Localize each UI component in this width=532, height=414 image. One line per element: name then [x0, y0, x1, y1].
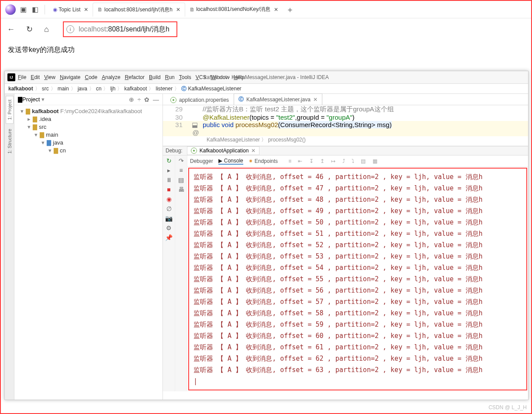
- project-toolwindow-tab[interactable]: 1: Project: [6, 96, 14, 124]
- menu-edit[interactable]: Edit: [31, 74, 40, 80]
- close-icon[interactable]: ✕: [274, 7, 278, 13]
- menu-window[interactable]: Window: [211, 74, 229, 80]
- expand-icon[interactable]: ▾: [21, 108, 26, 114]
- browser-tabbar: ▣ ◧ ◉ Topic List ✕ localhost:8081/send/l…: [1, 1, 531, 18]
- crumb-container: kafkabootsrcmainjavacnljhkafkabootlisten…: [8, 85, 245, 93]
- collections-icon[interactable]: ◧: [32, 5, 38, 14]
- crumb-ljh[interactable]: ljh: [110, 86, 122, 92]
- menu-build[interactable]: Build: [149, 74, 161, 80]
- console-output[interactable]: 监听器 【 A 】 收到消息, offset = 46 , partition=…: [188, 168, 527, 390]
- menu-view[interactable]: View: [44, 74, 55, 80]
- home-button[interactable]: ⌂: [44, 25, 49, 34]
- tab-label: localhost:8081/send/ljh/消息h: [104, 6, 173, 14]
- tree-root[interactable]: ▾▇ kafkaboot F:\myCode2024\kafka\kafkabo…: [17, 107, 160, 115]
- step-toolbar[interactable]: ≡ ⇤ ↧ ↥ ↦ ⤴ ⤵ ▤ ▦: [288, 158, 380, 164]
- crumb-cn[interactable]: cn: [96, 86, 109, 92]
- editor-area: application.properties ⒸKafkaMessageList…: [163, 94, 528, 400]
- menu-vcs[interactable]: VCS: [196, 74, 207, 80]
- frames-button[interactable]: ≡: [179, 167, 183, 174]
- run-config[interactable]: KafkabootApplication ✕: [187, 146, 260, 155]
- settings-icon[interactable]: ⚙: [166, 224, 172, 231]
- expand-icon[interactable]: ▾: [35, 131, 40, 138]
- workspaces-icon[interactable]: ▣: [20, 5, 27, 14]
- back-button[interactable]: ←: [7, 25, 15, 34]
- new-tab-button[interactable]: ＋: [286, 4, 294, 15]
- crumb-kafkamessagelistener[interactable]: Ⓒ KafkaMessageListener: [181, 86, 243, 92]
- pin-icon[interactable]: 📌: [165, 234, 173, 241]
- browser-logo-icon[interactable]: [5, 4, 16, 15]
- crumb-java[interactable]: java: [78, 86, 94, 92]
- menu-analyze[interactable]: Analyze: [102, 74, 121, 80]
- expand-icon[interactable]: ▾: [28, 124, 33, 130]
- debugger-tab[interactable]: Debugger: [190, 158, 213, 164]
- view-breakpoints-button[interactable]: ◉: [166, 196, 172, 203]
- camera-icon[interactable]: 📷: [165, 215, 173, 222]
- menu-file[interactable]: File: [18, 74, 26, 80]
- browser-tab-topiclist[interactable]: ◉ Topic List ✕: [48, 3, 93, 17]
- menu-tools[interactable]: Tools: [179, 74, 191, 80]
- mute-breakpoints-button[interactable]: ∅: [166, 205, 172, 212]
- intellij-window: IJ FileEditViewNavigateCodeAnalyzeRefact…: [4, 71, 529, 400]
- debug-main: ↻ ▸ ⏸ ■ ◉ ∅ 📷 ⚙ 📌 ↷ ≡ ▤ 🖶: [163, 155, 528, 391]
- debug-tabrow: Debugger ▶Console ✷Endpoints ≡ ⇤ ↧ ↥ ↦ ⤴…: [187, 155, 528, 167]
- refresh-button[interactable]: ↻: [26, 24, 33, 34]
- tree-label: java: [53, 139, 63, 146]
- endpoints-tab[interactable]: ✷Endpoints: [249, 158, 278, 164]
- tree-label: .idea: [39, 116, 51, 122]
- debug-label: Debug:: [166, 148, 183, 154]
- close-icon[interactable]: ✕: [176, 7, 180, 13]
- pause-button[interactable]: ⏸: [166, 176, 172, 183]
- console-tab[interactable]: ▶Console: [218, 158, 243, 165]
- url-host: localhost: [79, 25, 106, 33]
- gutter-icons[interactable]: ⬓ @: [187, 121, 203, 136]
- browser-tab-sendnokey[interactable]: localhost:8081/sendNoKey/消息 ✕: [185, 3, 283, 17]
- expand-icon[interactable]: ▸: [28, 116, 33, 122]
- browser-tab-send[interactable]: localhost:8081/send/ljh/消息h ✕: [93, 3, 185, 17]
- nav-breadcrumbs[interactable]: kafkabootsrcmainjavacnljhkafkabootlisten…: [5, 83, 528, 94]
- layout-button[interactable]: ▤: [178, 176, 184, 183]
- structure-toolwindow-tab[interactable]: 1: Structure: [6, 125, 13, 157]
- editor-footer-crumbs[interactable]: KafkaMessageListener 〉 processMsg02(): [163, 136, 528, 146]
- code-text[interactable]: //监听器方法B：监听 test2 主题，这个监听器是属于groupA这个组: [203, 105, 394, 114]
- line-number: 30: [163, 114, 187, 121]
- close-icon[interactable]: ✕: [251, 148, 256, 154]
- debug-actions-col1: ↻ ▸ ⏸ ■ ◉ ∅ 📷 ⚙ 📌: [163, 155, 175, 391]
- tree-node[interactable]: ▾▇main: [17, 131, 160, 138]
- code-editor[interactable]: 29//监听器方法B：监听 test2 主题，这个监听器是属于groupA这个组…: [163, 105, 528, 136]
- project-view-label[interactable]: Project: [22, 96, 40, 103]
- project-tree-header: ▇ Project ▾ ⊕ ÷ ✿ —: [14, 94, 162, 105]
- crumb-kafkaboot[interactable]: kafkaboot: [8, 86, 40, 92]
- editor-tabs: application.properties ⒸKafkaMessageList…: [163, 94, 528, 105]
- tree-node[interactable]: ▸▇.idea: [17, 115, 160, 123]
- code-line: 30@KafkaListener(topics = "test2",groupI…: [163, 114, 528, 121]
- step-over-button[interactable]: ↷: [179, 157, 184, 164]
- crumb-src[interactable]: src: [42, 86, 56, 92]
- menu-refactor[interactable]: Refactor: [125, 74, 145, 80]
- crumb-kafkaboot[interactable]: kafkaboot: [124, 86, 154, 92]
- tree-tools[interactable]: ⊕ ÷ ✿ —: [129, 96, 159, 103]
- print-icon[interactable]: 🖶: [178, 186, 184, 193]
- expand-icon[interactable]: ▾: [41, 139, 47, 146]
- site-info-icon[interactable]: i: [66, 25, 74, 33]
- tree-node[interactable]: ▾▇cn: [17, 146, 160, 154]
- crumb-listener[interactable]: listener: [155, 86, 180, 92]
- menu-code[interactable]: Code: [85, 74, 97, 80]
- editor-tab-listener[interactable]: ⒸKafkaMessageListener.java✕: [234, 93, 322, 105]
- menu-navigate[interactable]: Navigate: [60, 74, 80, 80]
- close-icon[interactable]: ✕: [84, 7, 88, 13]
- expand-icon[interactable]: ▾: [48, 147, 54, 154]
- resume-button[interactable]: ▸: [167, 167, 170, 174]
- code-text[interactable]: @KafkaListener(topics = "test2",groupId …: [203, 114, 355, 121]
- menu-run[interactable]: Run: [165, 74, 175, 80]
- dropdown-icon[interactable]: ▾: [41, 96, 45, 103]
- tree-node[interactable]: ▾▇src: [17, 123, 160, 131]
- tree-node[interactable]: ▾▇java: [17, 138, 160, 146]
- rerun-button[interactable]: ↻: [166, 157, 172, 164]
- editor-tab-appprops[interactable]: application.properties: [166, 95, 234, 105]
- address-bar[interactable]: i localhost:8081/send/ljh/消息h: [63, 21, 177, 37]
- close-icon[interactable]: ✕: [313, 97, 318, 103]
- crumb-main[interactable]: main: [58, 86, 76, 92]
- code-text[interactable]: public void processMsg02(ConsumerRecord<…: [203, 121, 392, 136]
- stop-button[interactable]: ■: [167, 186, 170, 193]
- menu-help[interactable]: Help: [234, 74, 245, 80]
